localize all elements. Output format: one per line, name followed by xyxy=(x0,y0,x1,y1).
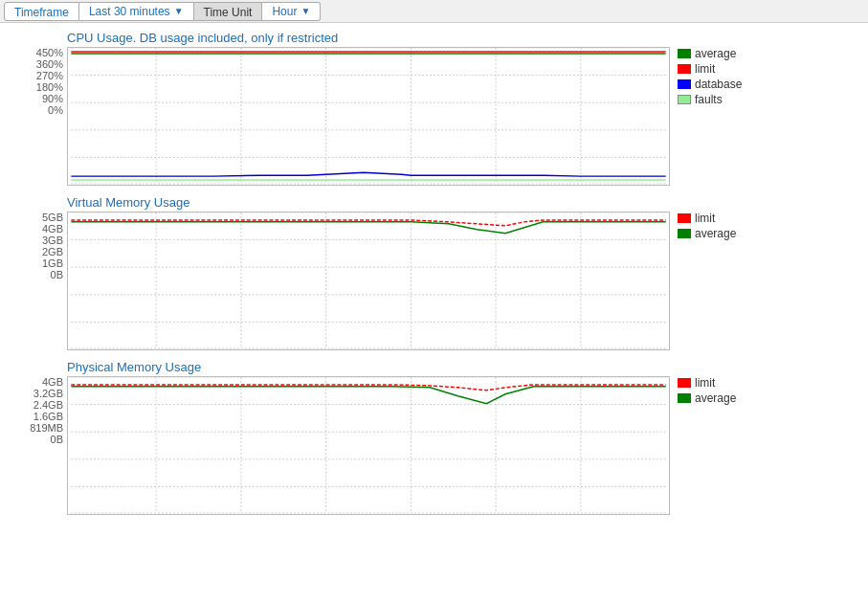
toolbar: Timeframe Last 30 minutes ▼ Time Unit Ho… xyxy=(0,0,868,23)
pmem-avg-color xyxy=(678,393,691,403)
svg-rect-0 xyxy=(71,48,665,185)
vmem-legend-average: average xyxy=(678,227,746,240)
cpu-legend-faults: faults xyxy=(678,93,746,106)
svg-rect-26 xyxy=(71,377,665,514)
cpu-y-axis: 450% 360% 270% 180% 90% 0% xyxy=(0,47,67,116)
pmem-y-axis: 4GB 3.2GB 2.4GB 1.6GB 819MB 0B xyxy=(0,376,67,445)
timeunit-button[interactable]: Time Unit xyxy=(194,2,263,21)
db-color xyxy=(678,79,691,89)
last30-button[interactable]: Last 30 minutes ▼ xyxy=(79,2,194,21)
vmem-chart-section: Virtual Memory Usage 5GB 4GB 3GB 2GB 1GB… xyxy=(0,191,868,350)
vmem-chart-area: 5GB 4GB 3GB 2GB 1GB 0B xyxy=(0,212,868,350)
pmem-chart-section: Physical Memory Usage 4GB 3.2GB 2.4GB 1.… xyxy=(0,356,868,515)
vmem-legend: limit average xyxy=(670,212,746,240)
timeframe-button[interactable]: Timeframe xyxy=(4,2,79,21)
pmem-legend-average: average xyxy=(678,391,746,405)
pmem-legend: limit average xyxy=(670,376,746,405)
vmem-limit-color xyxy=(678,213,691,223)
svg-rect-13 xyxy=(71,212,665,349)
pmem-legend-limit: limit xyxy=(678,376,746,390)
pmem-limit-color xyxy=(678,378,691,388)
cpu-chart-area: 450% 360% 270% 180% 90% 0% xyxy=(0,47,868,186)
vmem-svg xyxy=(67,212,670,350)
pmem-chart-title: Physical Memory Usage xyxy=(0,356,868,376)
cpu-legend: average limit database faults xyxy=(670,47,746,106)
cpu-chart-section: CPU Usage. DB usage included, only if re… xyxy=(0,27,868,186)
hour-button[interactable]: Hour ▼ xyxy=(262,2,321,21)
cpu-legend-database: database xyxy=(678,78,746,91)
hour-label: Hour xyxy=(272,4,297,19)
dropdown-caret: ▼ xyxy=(174,4,184,19)
hour-caret: ▼ xyxy=(300,4,310,19)
cpu-legend-average: average xyxy=(678,47,746,60)
vmem-avg-color xyxy=(678,229,691,238)
pmem-svg xyxy=(67,376,670,515)
last30-label: Last 30 minutes xyxy=(89,4,170,19)
pmem-chart-area: 4GB 3.2GB 2.4GB 1.6GB 819MB 0B xyxy=(0,376,868,515)
faults-color xyxy=(678,95,691,104)
limit-color xyxy=(678,64,691,74)
avg-color xyxy=(678,49,691,58)
vmem-legend-limit: limit xyxy=(678,212,746,225)
cpu-svg xyxy=(67,47,670,186)
vmem-chart-wrapper xyxy=(67,212,670,350)
vmem-y-axis: 5GB 4GB 3GB 2GB 1GB 0B xyxy=(0,212,67,280)
pmem-chart-wrapper xyxy=(67,376,670,515)
cpu-legend-limit: limit xyxy=(678,62,746,76)
charts-container: CPU Usage. DB usage included, only if re… xyxy=(0,23,868,525)
vmem-chart-title: Virtual Memory Usage xyxy=(0,191,868,212)
cpu-chart-title: CPU Usage. DB usage included, only if re… xyxy=(0,27,868,47)
cpu-chart-wrapper xyxy=(67,47,670,186)
